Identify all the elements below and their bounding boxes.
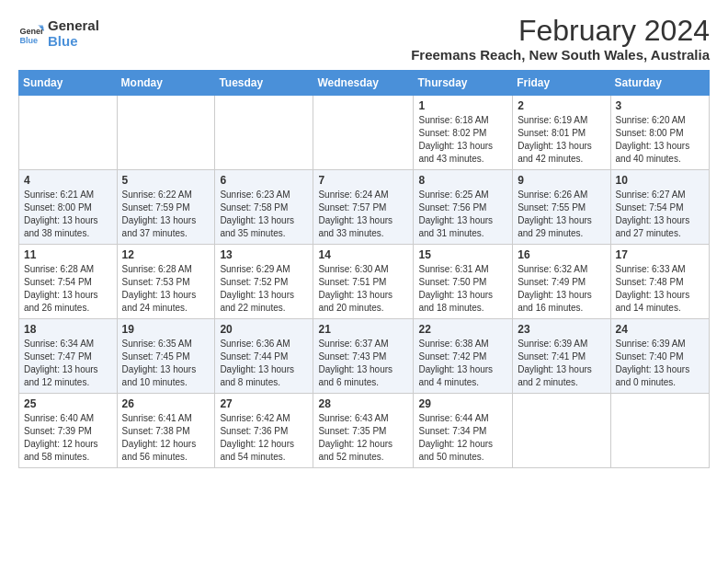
day-info: Sunrise: 6:28 AM Sunset: 7:54 PM Dayligh… [24,263,112,315]
day-info: Sunrise: 6:44 AM Sunset: 7:34 PM Dayligh… [418,412,507,464]
calendar-cell: 3Sunrise: 6:20 AM Sunset: 8:00 PM Daylig… [610,96,709,170]
calendar-cell: 18Sunrise: 6:34 AM Sunset: 7:47 PM Dayli… [19,319,118,394]
calendar-cell: 8Sunrise: 6:25 AM Sunset: 7:56 PM Daylig… [414,170,513,245]
day-number: 24 [616,323,704,336]
day-info: Sunrise: 6:25 AM Sunset: 7:56 PM Dayligh… [418,189,507,240]
day-header-wednesday: Wednesday [313,71,414,96]
day-info: Sunrise: 6:34 AM Sunset: 7:47 PM Dayligh… [24,338,112,389]
day-info: Sunrise: 6:40 AM Sunset: 7:39 PM Dayligh… [24,412,112,464]
day-info: Sunrise: 6:39 AM Sunset: 7:40 PM Dayligh… [616,338,704,389]
day-number: 11 [24,248,112,261]
title-area: February 2024 Freemans Reach, New South … [411,15,710,63]
day-number: 20 [220,323,308,336]
day-info: Sunrise: 6:23 AM Sunset: 7:58 PM Dayligh… [220,189,308,240]
day-info: Sunrise: 6:42 AM Sunset: 7:36 PM Dayligh… [220,412,308,464]
calendar-table: SundayMondayTuesdayWednesdayThursdayFrid… [18,70,710,468]
logo-general: General [48,18,99,34]
day-info: Sunrise: 6:39 AM Sunset: 7:41 PM Dayligh… [518,338,605,389]
calendar-cell: 12Sunrise: 6:28 AM Sunset: 7:53 PM Dayli… [117,245,215,319]
day-info: Sunrise: 6:20 AM Sunset: 8:00 PM Dayligh… [616,114,704,166]
calendar-cell: 6Sunrise: 6:23 AM Sunset: 7:58 PM Daylig… [215,170,313,245]
day-info: Sunrise: 6:35 AM Sunset: 7:45 PM Dayligh… [122,338,210,389]
calendar-cell: 9Sunrise: 6:26 AM Sunset: 7:55 PM Daylig… [513,170,610,245]
day-info: Sunrise: 6:37 AM Sunset: 7:43 PM Dayligh… [318,338,408,389]
day-header-saturday: Saturday [610,71,709,96]
day-number: 16 [518,248,605,261]
header: General Blue General Blue February 2024 … [18,15,710,63]
day-info: Sunrise: 6:36 AM Sunset: 7:44 PM Dayligh… [220,338,308,389]
calendar-cell: 17Sunrise: 6:33 AM Sunset: 7:48 PM Dayli… [610,245,709,319]
day-info: Sunrise: 6:30 AM Sunset: 7:51 PM Dayligh… [318,263,408,315]
calendar-cell [215,96,313,170]
day-info: Sunrise: 6:19 AM Sunset: 8:01 PM Dayligh… [518,114,605,166]
day-header-sunday: Sunday [19,71,118,96]
day-number: 6 [220,174,308,187]
calendar-cell: 20Sunrise: 6:36 AM Sunset: 7:44 PM Dayli… [215,319,313,394]
day-number: 29 [418,397,507,410]
day-number: 25 [24,397,112,410]
day-number: 23 [518,323,605,336]
calendar-cell [610,394,709,468]
day-number: 8 [418,174,507,187]
calendar-cell: 2Sunrise: 6:19 AM Sunset: 8:01 PM Daylig… [513,96,610,170]
week-row-1: 1Sunrise: 6:18 AM Sunset: 8:02 PM Daylig… [19,96,710,170]
calendar-cell: 10Sunrise: 6:27 AM Sunset: 7:54 PM Dayli… [610,170,709,245]
day-info: Sunrise: 6:31 AM Sunset: 7:50 PM Dayligh… [418,263,507,315]
svg-text:Blue: Blue [19,35,38,44]
calendar-cell: 4Sunrise: 6:21 AM Sunset: 8:00 PM Daylig… [19,170,118,245]
calendar-cell: 7Sunrise: 6:24 AM Sunset: 7:57 PM Daylig… [313,170,414,245]
day-number: 13 [220,248,308,261]
calendar-cell: 25Sunrise: 6:40 AM Sunset: 7:39 PM Dayli… [19,394,118,468]
day-number: 28 [318,397,408,410]
day-number: 19 [122,323,210,336]
day-info: Sunrise: 6:27 AM Sunset: 7:54 PM Dayligh… [616,189,704,240]
calendar-cell: 5Sunrise: 6:22 AM Sunset: 7:59 PM Daylig… [117,170,215,245]
day-number: 3 [616,99,704,112]
day-number: 9 [518,174,605,187]
calendar-cell: 21Sunrise: 6:37 AM Sunset: 7:43 PM Dayli… [313,319,414,394]
day-info: Sunrise: 6:26 AM Sunset: 7:55 PM Dayligh… [518,189,605,240]
day-info: Sunrise: 6:18 AM Sunset: 8:02 PM Dayligh… [418,114,507,166]
calendar-cell: 15Sunrise: 6:31 AM Sunset: 7:50 PM Dayli… [414,245,513,319]
day-number: 2 [518,99,605,112]
day-number: 18 [24,323,112,336]
day-number: 1 [418,99,507,112]
calendar-cell: 13Sunrise: 6:29 AM Sunset: 7:52 PM Dayli… [215,245,313,319]
day-info: Sunrise: 6:38 AM Sunset: 7:42 PM Dayligh… [418,338,507,389]
day-info: Sunrise: 6:33 AM Sunset: 7:48 PM Dayligh… [616,263,704,315]
calendar-cell [313,96,414,170]
calendar-cell: 16Sunrise: 6:32 AM Sunset: 7:49 PM Dayli… [513,245,610,319]
subtitle: Freemans Reach, New South Wales, Austral… [411,47,710,63]
day-number: 7 [318,174,408,187]
day-number: 5 [122,174,210,187]
calendar-cell: 27Sunrise: 6:42 AM Sunset: 7:36 PM Dayli… [215,394,313,468]
day-number: 17 [616,248,704,261]
svg-text:General: General [19,27,44,36]
calendar-header-row: SundayMondayTuesdayWednesdayThursdayFrid… [19,71,710,96]
logo-blue: Blue [48,34,99,50]
day-info: Sunrise: 6:32 AM Sunset: 7:49 PM Dayligh… [518,263,605,315]
calendar-cell: 1Sunrise: 6:18 AM Sunset: 8:02 PM Daylig… [414,96,513,170]
calendar-cell: 29Sunrise: 6:44 AM Sunset: 7:34 PM Dayli… [414,394,513,468]
day-number: 27 [220,397,308,410]
day-info: Sunrise: 6:43 AM Sunset: 7:35 PM Dayligh… [318,412,408,464]
logo: General Blue General Blue [18,18,99,49]
calendar-cell [19,96,118,170]
calendar-cell: 24Sunrise: 6:39 AM Sunset: 7:40 PM Dayli… [610,319,709,394]
day-header-tuesday: Tuesday [215,71,313,96]
day-info: Sunrise: 6:41 AM Sunset: 7:38 PM Dayligh… [122,412,210,464]
day-header-thursday: Thursday [414,71,513,96]
calendar-cell: 28Sunrise: 6:43 AM Sunset: 7:35 PM Dayli… [313,394,414,468]
calendar-body: 1Sunrise: 6:18 AM Sunset: 8:02 PM Daylig… [19,96,710,468]
calendar-cell: 19Sunrise: 6:35 AM Sunset: 7:45 PM Dayli… [117,319,215,394]
week-row-4: 18Sunrise: 6:34 AM Sunset: 7:47 PM Dayli… [19,319,710,394]
calendar-cell: 22Sunrise: 6:38 AM Sunset: 7:42 PM Dayli… [414,319,513,394]
calendar-cell [117,96,215,170]
day-info: Sunrise: 6:24 AM Sunset: 7:57 PM Dayligh… [318,189,408,240]
week-row-5: 25Sunrise: 6:40 AM Sunset: 7:39 PM Dayli… [19,394,710,468]
day-header-monday: Monday [117,71,215,96]
calendar-cell: 23Sunrise: 6:39 AM Sunset: 7:41 PM Dayli… [513,319,610,394]
day-number: 10 [616,174,704,187]
main-title: February 2024 [411,15,710,47]
calendar-cell [513,394,610,468]
